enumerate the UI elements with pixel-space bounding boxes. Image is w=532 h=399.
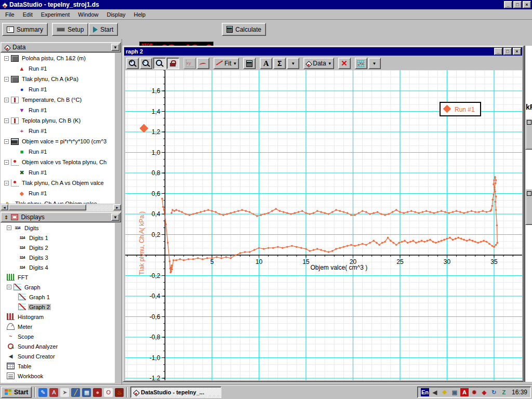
smart-tool-button[interactable] — [197, 58, 209, 69]
tree-item[interactable]: −Objem valce vs Teplota plynu, Ch — [1, 157, 115, 167]
ati-icon[interactable]: A — [460, 388, 469, 396]
scroll-left-arrow[interactable]: ◄ — [1, 204, 8, 210]
menu-item-edit[interactable]: Edit — [19, 10, 37, 19]
expand-box[interactable]: − — [4, 160, 9, 165]
tree-item[interactable]: ◀Sound Creator — [1, 351, 115, 361]
tree-item-label[interactable]: Digits — [23, 225, 40, 231]
menu-item-display[interactable]: Display — [102, 10, 129, 19]
menu-item-experiment[interactable]: Experiment — [37, 10, 74, 19]
zoom-out-button[interactable]: - — [140, 58, 152, 69]
background-window[interactable]: kR — [524, 46, 532, 382]
displays-dropdown-button[interactable]: ▼ — [111, 214, 119, 221]
minimize-button[interactable]: _ — [504, 1, 512, 8]
tree-item-label[interactable]: Digits 3 — [28, 255, 49, 261]
sync-icon[interactable]: ↻ — [490, 388, 498, 396]
menu-item-window[interactable]: Window — [74, 10, 102, 19]
tree-item[interactable]: −Tlak plynu, Ch A (kPa) — [1, 74, 115, 84]
zoom-in-button[interactable]: + — [126, 58, 139, 69]
tree-item-label[interactable]: Graph 1 — [28, 294, 51, 300]
paint-icon[interactable]: ╱ — [71, 388, 80, 397]
tree-item[interactable]: +Run #1 — [1, 126, 115, 136]
plot-area[interactable]: 1,61,41,21,00,80,60,40,2-0,2-0,4-0,6-0,8… — [125, 70, 522, 380]
tree-item-label[interactable]: Graph — [23, 284, 42, 290]
remove-button[interactable]: ✕ — [338, 58, 351, 69]
setup-button[interactable]: Setup — [52, 23, 88, 36]
menu-item-help[interactable]: Help — [130, 10, 150, 19]
tree-item[interactable]: ■Run #1 — [1, 147, 115, 157]
close-button[interactable]: × — [523, 1, 531, 8]
diamond-tool-icon[interactable]: ◈ — [480, 388, 488, 396]
graph-settings-caret-button[interactable]: ▼ — [368, 58, 381, 69]
tree-item[interactable]: −Objem valce = pi*r*r*y*100 (cm^3 — [1, 136, 115, 147]
calculate-button[interactable]: Calculate — [222, 23, 266, 36]
menu-item-file[interactable]: File — [1, 10, 19, 19]
tree-item-label[interactable]: Sound Creator — [17, 353, 56, 360]
tree-item-label[interactable]: Poloha pistu, Ch 1&2 (m) — [21, 55, 87, 61]
flame-icon[interactable]: ♨ — [115, 388, 124, 397]
tree-item[interactable]: −3.14Digits — [1, 223, 115, 233]
notes-icon[interactable]: ✎ — [38, 388, 47, 397]
daemon-icon[interactable]: ✹ — [470, 388, 478, 396]
tree-item[interactable]: −Tlak plynu, Ch A vs Objem valce — [1, 178, 115, 188]
tree-item[interactable]: ◆Run #1 — [1, 188, 115, 198]
displays-panel-header[interactable]: ⇕ Displays ▼ — [1, 212, 121, 222]
tree-item-label[interactable]: Run #1 — [28, 65, 48, 72]
data-dropdown-button[interactable]: ▼ — [111, 44, 119, 51]
expand-box[interactable]: − — [4, 139, 9, 144]
tree-item[interactable]: Meter — [1, 322, 115, 331]
expand-box[interactable]: − — [4, 98, 9, 102]
tree-item-label[interactable]: Run #1 — [28, 190, 48, 196]
brush-icon[interactable]: ❖ — [441, 388, 449, 396]
connection-icon[interactable]: Z — [500, 388, 508, 396]
tree-item-label[interactable]: Digits 4 — [28, 264, 49, 271]
tree-item[interactable]: −Graph — [1, 282, 115, 292]
tree-item-label[interactable]: Run #1 — [28, 149, 48, 155]
data-tree-hscrollbar[interactable]: ◄ ► — [1, 204, 121, 211]
tree-item-label[interactable]: Digits 2 — [28, 245, 49, 251]
tree-item[interactable]: ~Scope — [1, 331, 115, 341]
bird-icon[interactable]: ➤ — [60, 388, 69, 397]
tree-item[interactable]: 3.14Digits 2 — [1, 243, 115, 252]
calculator-button[interactable] — [243, 58, 256, 69]
start-button[interactable]: Start — [88, 23, 118, 36]
tree-item[interactable]: ✖Run #1 — [1, 167, 115, 178]
tree-item-label[interactable]: Table — [17, 363, 32, 369]
scale-to-fit-button[interactable] — [167, 58, 179, 69]
calculator-icon[interactable]: ▦ — [82, 388, 91, 397]
tree-item-label[interactable]: Histogram — [17, 314, 45, 320]
tree-item-label[interactable]: Objem valce = pi*r*r*y*100 (cm^3 — [21, 138, 108, 144]
tree-item-label[interactable]: Tlak plynu, Ch A vs Objem valce — [21, 180, 105, 186]
statistics-button[interactable]: Σ — [273, 58, 286, 69]
statistics-caret-button[interactable]: ▼ — [287, 58, 299, 69]
expand-box[interactable]: − — [4, 181, 9, 185]
datastudio-task-button[interactable]: DataStudio - tepelny_... — [130, 387, 221, 398]
expand-box[interactable]: − — [4, 56, 9, 61]
tree-item[interactable]: 3.14Digits 3 — [1, 252, 115, 262]
tree-item-label[interactable]: Graph 2 — [28, 304, 51, 310]
tree-item[interactable]: FFT — [1, 272, 115, 282]
tree-item[interactable]: −Temperature, Ch B (°C) — [1, 95, 115, 105]
scroll-right-arrow[interactable]: ► — [113, 204, 121, 210]
tree-item-label[interactable]: Temperature, Ch B (°C) — [21, 97, 83, 103]
tree-item[interactable]: Histogram — [1, 312, 115, 322]
tree-item[interactable]: Sound Analyzer — [1, 341, 115, 351]
tree-item[interactable]: ▲Run #1 — [1, 63, 115, 74]
tree-item[interactable]: ●Run #1 — [1, 84, 115, 95]
tree-item[interactable]: Graph 1 — [1, 292, 115, 302]
expand-box[interactable]: − — [7, 225, 11, 230]
data-panel-header[interactable]: Data ▼ — [1, 42, 121, 52]
tree-item-label[interactable]: Teplota plynu, Ch B (K) — [21, 117, 82, 124]
tree-item-label[interactable]: Meter — [17, 324, 33, 330]
opera-icon[interactable]: O — [104, 388, 113, 397]
tree-item-label[interactable]: Workbook — [17, 373, 44, 379]
tree-item-label[interactable]: Run #1 — [28, 128, 48, 134]
tree-item-label[interactable]: Run #1 — [28, 169, 48, 176]
dragon-icon[interactable]: ● — [93, 388, 102, 397]
text-annotation-button[interactable]: A — [260, 58, 272, 69]
tree-item[interactable]: Graph 2 — [1, 302, 115, 312]
summary-button[interactable]: Summary — [2, 23, 48, 36]
tree-item[interactable]: 3.14Digits 4 — [1, 262, 115, 272]
graph-window-title-bar[interactable]: raph 2 _ □ × — [124, 47, 522, 56]
volume-icon[interactable]: ◀ — [431, 388, 439, 396]
scroll-thumb[interactable] — [8, 204, 86, 210]
